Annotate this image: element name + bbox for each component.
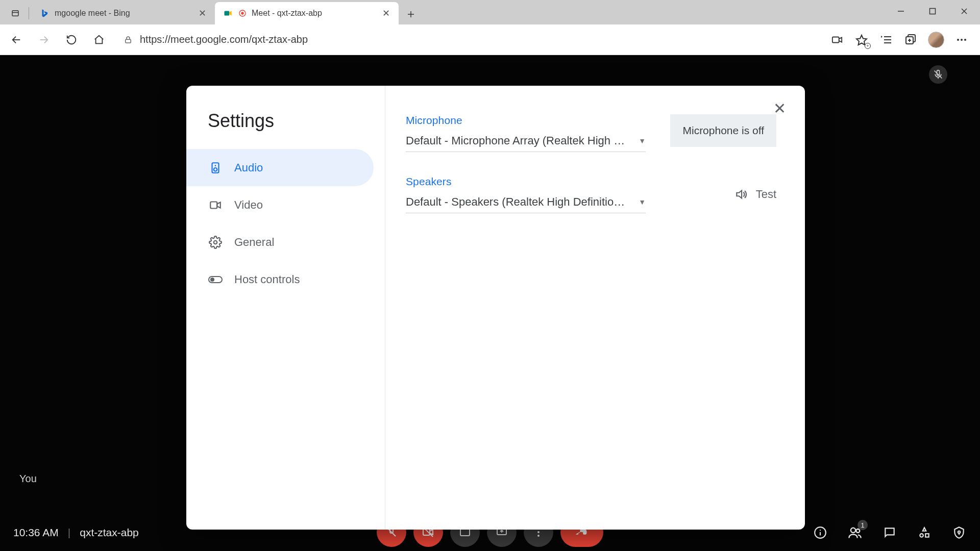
- svg-rect-46: [210, 202, 217, 208]
- svg-point-39: [920, 534, 923, 537]
- svg-point-36: [851, 528, 855, 533]
- favorite-star-icon[interactable]: +: [854, 33, 869, 47]
- settings-dialog: Settings Audio Video General Host contro…: [186, 86, 805, 530]
- svg-rect-14: [832, 37, 839, 42]
- sidebar-item-label: Audio: [234, 161, 263, 174]
- svg-rect-28: [460, 529, 470, 536]
- svg-rect-2: [225, 11, 230, 16]
- settings-sidebar: Settings Audio Video General Host contro…: [186, 86, 385, 530]
- close-window-button[interactable]: [948, 0, 980, 22]
- svg-rect-13: [126, 39, 131, 43]
- refresh-button[interactable]: [61, 30, 82, 50]
- meet-favicon-icon: [223, 8, 233, 18]
- meeting-code-text: qxt-ztax-abp: [80, 527, 139, 539]
- speakers-select[interactable]: Default - Speakers (Realtek High Definit…: [406, 191, 646, 213]
- chevron-down-icon: ▼: [639, 137, 646, 145]
- activities-icon[interactable]: [917, 525, 932, 540]
- svg-point-47: [214, 240, 217, 244]
- self-tile-label: You: [19, 473, 37, 485]
- tab-meet[interactable]: Meet - qxt-ztax-abp ✕: [215, 2, 399, 24]
- speakers-value: Default - Speakers (Realtek High Definit…: [406, 195, 625, 209]
- volume-icon: [734, 188, 748, 201]
- svg-point-32: [537, 535, 540, 537]
- sidebar-item-label: Host controls: [234, 273, 300, 286]
- toolbar-right: +: [830, 32, 974, 48]
- address-bar[interactable]: https://meet.google.com/qxt-ztax-abp: [116, 29, 823, 51]
- svg-rect-8: [930, 9, 936, 14]
- meeting-details-icon[interactable]: [813, 525, 828, 540]
- microphone-select[interactable]: Default - Microphone Array (Realtek High…: [406, 130, 646, 152]
- minimize-button[interactable]: [885, 0, 917, 22]
- microphone-value: Default - Microphone Array (Realtek High…: [406, 134, 625, 147]
- svg-marker-16: [881, 36, 883, 38]
- microphone-label: Microphone: [406, 114, 650, 127]
- microphone-status-chip: Microphone is off: [670, 114, 776, 147]
- svg-point-49: [210, 278, 214, 282]
- speaker-icon: [208, 160, 223, 176]
- maximize-button[interactable]: [917, 0, 948, 22]
- svg-point-20: [957, 39, 959, 41]
- gear-icon: [208, 235, 223, 250]
- clock-text: 10:36 AM: [13, 527, 59, 539]
- svg-point-35: [820, 530, 821, 531]
- svg-point-41: [958, 531, 960, 533]
- settings-content: ✕ Microphone Default - Microphone Array …: [385, 86, 805, 530]
- url-text: https://meet.google.com/qxt-ztax-abp: [140, 34, 308, 45]
- speakers-label: Speakers: [406, 176, 714, 188]
- sidebar-item-general[interactable]: General: [186, 223, 374, 261]
- sidebar-item-video[interactable]: Video: [186, 186, 374, 223]
- settings-title: Settings: [186, 104, 385, 149]
- sidebar-item-host-controls[interactable]: Host controls: [186, 261, 374, 298]
- home-button[interactable]: [89, 30, 109, 50]
- svg-rect-0: [12, 11, 18, 16]
- svg-point-22: [964, 39, 966, 41]
- lock-icon: [124, 35, 133, 44]
- host-controls-icon[interactable]: [951, 525, 967, 540]
- microphone-row: Microphone Default - Microphone Array (R…: [406, 114, 776, 152]
- tab-actions-icon[interactable]: [4, 2, 27, 24]
- forward-button[interactable]: [34, 30, 54, 50]
- favorites-list-icon[interactable]: [879, 33, 893, 47]
- profile-avatar[interactable]: [928, 32, 944, 48]
- toolbar: https://meet.google.com/qxt-ztax-abp +: [0, 24, 980, 55]
- collections-icon[interactable]: [903, 33, 918, 47]
- test-speakers-button[interactable]: Test: [734, 176, 776, 201]
- svg-rect-40: [925, 534, 929, 537]
- chevron-down-icon: ▼: [639, 198, 646, 206]
- close-dialog-button[interactable]: ✕: [769, 98, 790, 118]
- svg-point-31: [537, 531, 540, 533]
- svg-point-44: [214, 168, 217, 171]
- bing-favicon-icon: [39, 8, 50, 18]
- sidebar-item-audio[interactable]: Audio: [186, 149, 374, 186]
- browser-chrome: mgoogle meet - Bing ✕ Meet - qxt-ztax-ab…: [0, 0, 980, 55]
- sidebar-item-label: General: [234, 236, 274, 249]
- people-icon[interactable]: 1: [847, 525, 863, 540]
- tab-title: Meet - qxt-ztax-abp: [252, 9, 376, 18]
- recording-icon: [238, 8, 247, 18]
- speakers-row: Speakers Default - Speakers (Realtek Hig…: [406, 176, 776, 213]
- close-tab-icon[interactable]: ✕: [198, 9, 207, 18]
- svg-marker-38: [923, 528, 926, 531]
- separator: |: [68, 527, 70, 539]
- videocam-icon: [208, 197, 223, 213]
- new-tab-button[interactable]: [401, 4, 421, 24]
- more-menu-icon[interactable]: [954, 33, 969, 47]
- window-controls: [885, 0, 980, 24]
- divider: [29, 7, 29, 19]
- close-tab-icon[interactable]: ✕: [381, 9, 390, 18]
- camera-permission-icon[interactable]: [830, 33, 844, 47]
- svg-point-4: [241, 12, 243, 14]
- chat-icon[interactable]: [882, 525, 897, 540]
- tab-title: mgoogle meet - Bing: [55, 9, 192, 18]
- svg-point-45: [215, 165, 216, 166]
- toggle-icon: [208, 272, 223, 287]
- tab-bing[interactable]: mgoogle meet - Bing ✕: [31, 2, 215, 24]
- mic-muted-indicator-icon: [929, 65, 947, 84]
- svg-marker-50: [737, 190, 742, 198]
- back-button[interactable]: [6, 30, 27, 50]
- sidebar-item-label: Video: [234, 198, 263, 212]
- test-label: Test: [756, 188, 776, 201]
- svg-point-37: [856, 529, 860, 533]
- bottom-bar-right: 1: [813, 514, 967, 551]
- svg-point-21: [961, 39, 963, 41]
